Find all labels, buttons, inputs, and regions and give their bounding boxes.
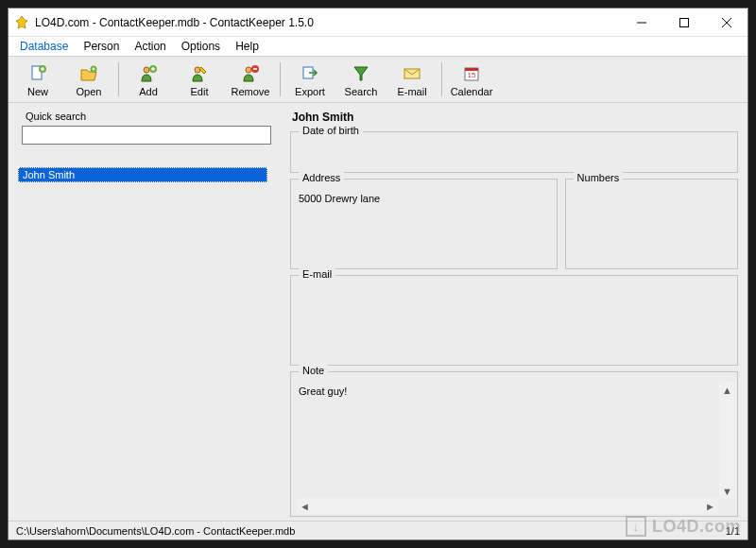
menu-options[interactable]: Options [174, 38, 228, 55]
contact-name: John Smith [23, 169, 75, 180]
menu-person[interactable]: Person [76, 38, 127, 55]
svg-text:15: 15 [468, 71, 476, 79]
funnel-icon [350, 62, 372, 85]
remove-button[interactable]: Remove [225, 58, 276, 101]
numbers-label: Numbers [574, 172, 624, 183]
remove-label: Remove [232, 86, 270, 97]
remove-person-icon [239, 62, 262, 85]
app-window: LO4D.com - ContactKeeper.mdb - ContactKe… [8, 8, 748, 540]
horizontal-scrollbar[interactable]: ◄ ► [297, 498, 718, 514]
scroll-up-icon[interactable]: ▲ [719, 382, 735, 398]
status-path: C:\Users\ahorn\Documents\LO4D.com - Cont… [16, 525, 295, 537]
address-value: 5000 Drewry lane [299, 193, 380, 204]
quick-search-label: Quick search [26, 111, 283, 122]
note-label: Note [299, 365, 328, 376]
svg-point-13 [195, 67, 200, 73]
window-controls [620, 9, 747, 36]
address-label: Address [299, 172, 344, 183]
quick-search-input[interactable] [22, 126, 271, 145]
menu-help[interactable]: Help [228, 38, 266, 55]
window-title: LO4D.com - ContactKeeper.mdb - ContactKe… [35, 16, 314, 29]
svg-point-9 [144, 67, 149, 73]
client-area: Quick search John Smith John Smith Date … [9, 103, 747, 521]
maximize-button[interactable] [662, 9, 705, 36]
svg-point-14 [246, 67, 251, 73]
minimize-button[interactable] [620, 9, 662, 36]
open-button[interactable]: Open [63, 58, 114, 101]
scroll-left-icon[interactable]: ◄ [297, 498, 313, 514]
toolbar: New Open Add Edit Remove Export Search [9, 56, 747, 103]
scroll-right-icon[interactable]: ► [702, 498, 718, 514]
calendar-button[interactable]: 15 Calendar [446, 58, 497, 101]
email-group: E-mail [290, 275, 738, 366]
app-icon [14, 15, 29, 30]
email-group-label: E-mail [299, 268, 335, 280]
email-button[interactable]: E-mail [387, 58, 438, 101]
add-button[interactable]: Add [123, 58, 174, 101]
edit-person-icon [188, 62, 211, 85]
export-button[interactable]: Export [284, 58, 335, 101]
status-bar: C:\Users\ahorn\Documents\LO4D.com - Cont… [9, 521, 747, 539]
note-value: Great guy! [299, 385, 347, 397]
email-label: E-mail [397, 86, 426, 97]
add-person-icon [137, 62, 160, 85]
toolbar-separator [441, 62, 442, 96]
toolbar-separator [280, 62, 281, 96]
calendar-icon: 15 [460, 62, 483, 85]
left-pane: Quick search John Smith [18, 109, 283, 517]
new-button[interactable]: New [12, 58, 63, 101]
title-bar: LO4D.com - ContactKeeper.mdb - ContactKe… [9, 9, 747, 37]
address-group: Address 5000 Drewry lane [290, 179, 558, 269]
search-label: Search [345, 86, 378, 97]
add-label: Add [139, 86, 158, 97]
person-details: Date of birth Address 5000 Drewry lane N… [290, 126, 738, 517]
contact-list: John Smith [18, 167, 283, 182]
edit-button[interactable]: Edit [174, 58, 225, 101]
export-label: Export [295, 86, 325, 97]
scroll-down-icon[interactable]: ▼ [719, 483, 735, 499]
menu-bar: Database Person Action Options Help [9, 37, 747, 56]
dob-label: Date of birth [299, 125, 363, 136]
numbers-group: Numbers [565, 179, 738, 269]
new-file-icon [26, 62, 49, 85]
edit-label: Edit [191, 86, 209, 97]
person-name-heading: John Smith [292, 111, 738, 124]
dob-group: Date of birth [290, 131, 738, 173]
list-item[interactable]: John Smith [18, 167, 267, 182]
calendar-label: Calendar [451, 86, 493, 97]
search-button[interactable]: Search [335, 58, 387, 101]
note-group: Note Great guy! ▲ ▼ ◄ ► [290, 371, 738, 517]
open-label: Open [77, 86, 102, 97]
export-icon [299, 62, 321, 85]
new-label: New [27, 86, 48, 97]
close-button[interactable] [705, 9, 747, 36]
email-icon [401, 62, 423, 85]
menu-action[interactable]: Action [127, 38, 173, 55]
menu-database[interactable]: Database [12, 38, 76, 55]
svg-rect-1 [679, 18, 688, 26]
toolbar-separator [118, 62, 119, 96]
right-pane: John Smith Date of birth Address 5000 Dr… [290, 109, 738, 517]
status-count: 1/1 [726, 525, 740, 537]
open-folder-icon [77, 62, 100, 85]
vertical-scrollbar[interactable]: ▲ ▼ [719, 382, 735, 499]
